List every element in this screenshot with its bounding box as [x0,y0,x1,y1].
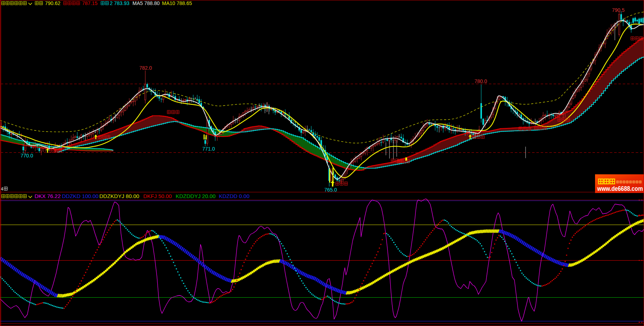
svg-text:790.62: 790.62 [45,0,60,6]
svg-text:4: 4 [1,186,3,192]
svg-text:765.0: 765.0 [324,187,337,193]
svg-text:DDZKD 100.00: DDZKD 100.00 [62,193,99,199]
svg-text:780.0: 780.0 [474,78,487,84]
svg-text:771.0: 771.0 [202,146,215,152]
svg-text:790.5: 790.5 [612,7,625,13]
svg-text:www.de6688.com: www.de6688.com [597,185,643,192]
svg-text:770.0: 770.0 [21,153,33,159]
svg-text:DKX 76.22: DKX 76.22 [35,193,61,199]
svg-text:787.15: 787.15 [82,0,98,6]
svg-text:DDZKDYJ 80.00: DDZKDYJ 80.00 [99,193,139,199]
svg-text:2 783.93: 2 783.93 [110,0,130,6]
svg-text:KDZDDYJ 20.00: KDZDDYJ 20.00 [176,193,216,199]
svg-text:KDZDD 0.00: KDZDD 0.00 [219,193,249,199]
svg-text:MA10 788.65: MA10 788.65 [162,0,192,6]
svg-text:DKFJ 50.00: DKFJ 50.00 [143,193,172,199]
svg-text:782.0: 782.0 [139,65,152,71]
svg-text:MA5 788.80: MA5 788.80 [132,0,160,6]
